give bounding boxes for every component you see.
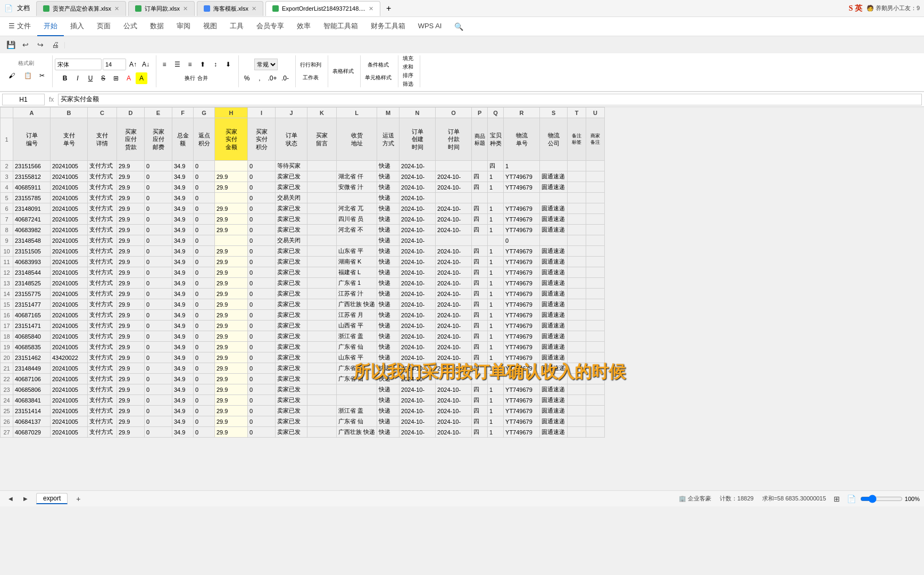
table-cell[interactable]: 2024-10- <box>436 352 472 363</box>
row-num-6[interactable]: 6 <box>1 203 13 214</box>
table-cell[interactable]: 圆通速递 <box>540 331 568 342</box>
header-G1[interactable]: 返点积分 <box>194 118 215 161</box>
table-cell[interactable]: 20241005 <box>51 193 88 203</box>
table-cell[interactable]: 四 <box>472 289 488 299</box>
table-cell[interactable]: 23148091 <box>13 203 51 214</box>
col-header-Q[interactable]: Q <box>488 108 504 118</box>
table-cell[interactable]: 34.9 <box>172 352 194 363</box>
table-cell[interactable]: 0 <box>194 203 215 214</box>
table-cell[interactable]: 29.9 <box>215 331 248 342</box>
table-cell[interactable]: 快递 <box>377 257 399 267</box>
table-cell[interactable]: 23151566 <box>13 161 51 171</box>
table-cell[interactable]: 卖家已发 <box>276 299 307 310</box>
table-cell[interactable]: 29.9 <box>117 310 145 321</box>
table-cell[interactable]: 浙江省 盖 <box>337 406 377 416</box>
header-P1[interactable]: 商品标题 <box>472 118 488 161</box>
table-cell[interactable]: 江苏省 汁 <box>337 289 377 299</box>
paste-button[interactable]: 📋 <box>20 68 35 83</box>
table-cell[interactable]: 34.9 <box>172 203 194 214</box>
header-D1[interactable]: 买家应付货款 <box>117 118 145 161</box>
table-cell[interactable]: 支付方式 <box>88 203 117 214</box>
table-cell[interactable]: 29.9 <box>215 406 248 416</box>
header-A1[interactable]: 订单编号 <box>13 118 51 161</box>
table-cell[interactable]: 0 <box>194 289 215 299</box>
new-tab-button[interactable]: + <box>382 2 395 15</box>
table-cell[interactable] <box>307 171 337 182</box>
table-cell[interactable]: 卖家已发 <box>276 289 307 299</box>
table-cell[interactable]: 34.9 <box>172 427 194 438</box>
table-cell[interactable]: 0 <box>248 374 276 384</box>
table-cell[interactable]: 34.9 <box>172 182 194 193</box>
table-cell[interactable]: 1 <box>488 342 504 352</box>
table-cell[interactable]: 1 <box>488 203 504 214</box>
table-cell[interactable]: 29.9 <box>117 193 145 203</box>
table-cell[interactable]: 34.9 <box>172 171 194 182</box>
table-cell[interactable]: 快递 <box>377 331 399 342</box>
table-cell[interactable]: 2024-10- <box>436 267 472 278</box>
table-cell[interactable]: 2024-10- <box>436 427 472 438</box>
table-cell[interactable] <box>436 193 472 203</box>
table-cell[interactable] <box>568 406 586 416</box>
table-cell[interactable] <box>586 289 605 299</box>
table-cell[interactable]: 23155775 <box>13 289 51 299</box>
table-cell[interactable]: 圆通速递 <box>540 203 568 214</box>
table-cell[interactable]: 2024-10- <box>399 331 436 342</box>
table-cell[interactable] <box>307 299 337 310</box>
row-num-15[interactable]: 15 <box>1 299 13 310</box>
row-num-1[interactable]: 1 <box>1 118 13 161</box>
table-cell[interactable]: 0 <box>194 225 215 235</box>
table-cell[interactable]: 1 <box>488 352 504 363</box>
table-cell[interactable] <box>568 257 586 267</box>
sum-button[interactable]: 求和 <box>401 63 415 71</box>
table-cell[interactable]: 23148548 <box>13 235 51 246</box>
col-header-I[interactable]: I <box>248 108 276 118</box>
table-cell[interactable]: 20241005 <box>51 182 88 193</box>
table-cell[interactable] <box>586 310 605 321</box>
table-cell[interactable]: 2024-10- <box>436 171 472 182</box>
table-cell[interactable]: 34.9 <box>172 267 194 278</box>
table-cell[interactable]: 0 <box>145 321 172 331</box>
table-cell[interactable]: 29.9 <box>215 395 248 406</box>
table-cell[interactable]: 支付方式 <box>88 374 117 384</box>
table-cell[interactable]: 卖家已发 <box>276 321 307 331</box>
table-cell[interactable]: 34.9 <box>172 278 194 289</box>
table-cell[interactable]: 23151462 <box>13 352 51 363</box>
table-cell[interactable] <box>568 299 586 310</box>
table-cell[interactable]: 快递 <box>377 246 399 257</box>
table-cell[interactable]: 20241005 <box>51 363 88 374</box>
table-cell[interactable] <box>215 161 248 171</box>
table-cell[interactable]: 0 <box>194 193 215 203</box>
table-cell[interactable]: 1 <box>488 427 504 438</box>
table-cell[interactable]: 2024-10- <box>399 352 436 363</box>
table-cell[interactable]: 1 <box>488 363 504 374</box>
table-cell[interactable]: 29.9 <box>117 321 145 331</box>
table-cell[interactable]: 0 <box>145 246 172 257</box>
table-cell[interactable]: 卖家已发 <box>276 395 307 406</box>
table-cell[interactable]: 快递 <box>377 310 399 321</box>
tab-2-close[interactable]: ✕ <box>183 5 188 12</box>
header-T1[interactable]: 备注标签 <box>568 118 586 161</box>
table-cell[interactable]: 2024-10- <box>399 246 436 257</box>
table-cell[interactable]: 20241005 <box>51 278 88 289</box>
table-cell[interactable]: 0 <box>145 193 172 203</box>
table-cell[interactable]: 支付方式 <box>88 161 117 171</box>
table-cell[interactable]: 0 <box>194 299 215 310</box>
table-cell[interactable] <box>337 395 377 406</box>
table-cell[interactable]: 0 <box>194 321 215 331</box>
table-cell[interactable] <box>307 257 337 267</box>
table-cell[interactable]: 34.9 <box>172 406 194 416</box>
table-cell[interactable]: 0 <box>145 374 172 384</box>
table-cell[interactable]: 圆通速递 <box>540 299 568 310</box>
table-cell[interactable]: 广西壮族 快递 <box>337 427 377 438</box>
table-cell[interactable]: 0 <box>194 374 215 384</box>
table-cell[interactable]: 29.9 <box>215 214 248 225</box>
table-cell[interactable]: 20241005 <box>51 384 88 395</box>
table-cell[interactable]: 0 <box>248 182 276 193</box>
table-cell[interactable]: 20241005 <box>51 267 88 278</box>
table-cell[interactable]: YT749679 <box>504 225 540 235</box>
table-cell[interactable] <box>586 384 605 395</box>
table-cell[interactable]: YT749679 <box>504 406 540 416</box>
table-cell[interactable] <box>488 193 504 203</box>
table-cell[interactable]: 0 <box>248 257 276 267</box>
table-cell[interactable]: 1 <box>488 331 504 342</box>
